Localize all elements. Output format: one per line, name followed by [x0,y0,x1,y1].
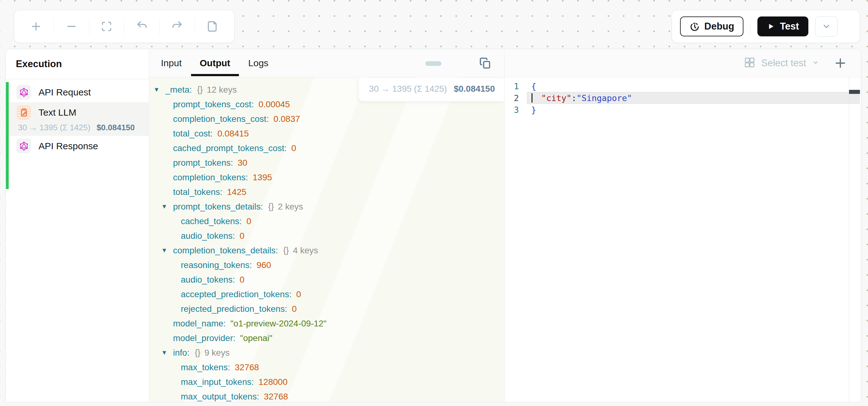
execution-status-bar [6,82,9,189]
test-label: Test [780,21,799,32]
tab-logs[interactable]: Logs [248,58,269,68]
tree-row[interactable]: ▼completion_tokens_details{}4 keys [153,243,504,258]
test-grid-icon [744,57,755,70]
tree-row[interactable]: ▼prompt_tokens_details{}2 keys [153,199,504,214]
panel-drag-handle[interactable] [425,61,441,66]
tree-row[interactable]: completion_tokens1395 [153,170,504,185]
text-cursor [532,93,532,103]
execution-item-api-request[interactable]: API Request [6,82,149,102]
code-line-active[interactable]: 2 "city": "Singapore" [504,92,861,104]
output-tab-bar: Input Output Logs [149,49,504,78]
execution-item-text-llm[interactable]: Text LLM 30 → 1395 (Σ 1425) $0.084150 [6,102,149,136]
undo-button[interactable] [128,15,156,38]
test-button[interactable]: Test [757,17,808,36]
tree-row[interactable]: audio_tokens0 [153,229,504,243]
test-panel: Select test 1 { 2 "city": "Singapore" [504,49,861,402]
execution-item-metrics: 30 → 1395 (Σ 1425) $0.084150 [17,120,143,133]
tree-row[interactable]: model_name"o1-preview-2024-09-12" [153,316,504,331]
object-braces-icon: {} [197,85,203,94]
toolbar-divider [124,18,124,34]
line-number: 2 [504,93,527,103]
execution-title: Execution [6,49,149,79]
output-panel: Input Output Logs 30 → 1395 (Σ 1425) $0.… [149,49,504,402]
copy-output-button[interactable] [479,57,492,70]
debug-button[interactable]: Debug [680,17,743,36]
execution-item-api-response[interactable]: API Response [6,136,149,156]
clipboard-pencil-icon [17,105,31,120]
object-braces-icon: {} [195,348,200,357]
tree-row[interactable]: total_cost0.08415 [153,126,504,141]
tree-row[interactable]: max_input_tokens128000 [153,375,504,389]
execution-item-label: API Request [38,87,91,97]
zoom-out-button[interactable] [58,15,85,38]
stopwatch-icon [689,21,700,32]
toolbar-divider [54,18,54,34]
chevron-down-icon [822,22,831,31]
toolbar-divider [89,18,89,34]
tree-row[interactable]: ▼info{}9 keys [153,345,504,360]
tree-row[interactable]: cached_tokens0 [153,214,504,229]
test-code-editor[interactable]: 1 { 2 "city": "Singapore" 3 } [504,78,861,402]
graphql-icon [17,85,31,99]
collapse-arrow-icon[interactable]: ▼ [161,247,173,254]
code-line[interactable]: 1 { [504,80,861,92]
select-test-dropdown[interactable]: Select test [761,58,806,69]
tree-row[interactable]: max_output_tokens32768 [153,389,504,402]
tree-row[interactable]: prompt_tokens30 [153,155,504,170]
fit-view-button[interactable] [93,15,120,38]
plus-icon [834,57,846,69]
fit-view-icon [100,20,113,33]
collapse-arrow-icon[interactable]: ▼ [161,203,173,210]
usage-summary-badge: 30 → 1395 (Σ 1425) $0.084150 [358,78,504,102]
toolbar-divider [159,18,160,34]
overview-ruler[interactable] [849,78,849,402]
collapse-arrow-icon[interactable]: ▼ [153,86,165,93]
tree-row[interactable]: rejected_prediction_tokens0 [153,301,504,316]
execution-list: API Request Text LLM [6,79,149,156]
chevron-down-icon[interactable] [812,59,819,67]
tree-row[interactable]: cached_prompt_tokens_cost0 [153,141,504,155]
undo-icon [136,20,148,33]
debug-label: Debug [704,21,734,32]
line-number: 3 [504,105,527,115]
tree-row[interactable]: reasoning_tokens960 [153,258,504,272]
object-braces-icon: {} [283,245,289,255]
tree-row[interactable]: total_tokens1425 [153,185,504,199]
execution-panel: Execution [6,49,149,402]
redo-icon [171,20,183,33]
test-options-button[interactable] [815,16,838,37]
token-count: 30 → 1395 (Σ 1425) [18,123,90,133]
graphql-icon [17,139,31,153]
tab-output[interactable]: Output [200,58,230,68]
redo-button[interactable] [163,15,191,38]
minus-icon [65,20,78,33]
tree-row[interactable]: model_provider"openai" [153,331,504,345]
overview-ruler-mark[interactable] [849,90,860,94]
json-key: "city" [541,93,571,103]
zoom-in-button[interactable] [22,15,50,38]
run-actions-toolbar: Debug Test [672,10,860,43]
tree-row[interactable]: audio_tokens0 [153,272,504,287]
execution-item-label: API Response [38,141,98,151]
collapse-arrow-icon[interactable]: ▼ [161,349,173,356]
copy-icon [479,57,492,70]
tree-row[interactable]: completion_tokens_cost0.0837 [153,112,504,126]
main-content-card: Execution [6,49,861,402]
test-panel-header: Select test [504,49,861,78]
tree-row[interactable]: max_tokens32768 [153,360,504,375]
code-line[interactable]: 3 } [504,104,861,116]
summary-cost: $0.084150 [454,84,495,94]
tree-row[interactable]: accepted_prediction_tokens0 [153,287,504,301]
object-braces-icon: {} [269,202,274,211]
output-json-view: ▼_meta{}12 keys prompt_tokens_cost0.0004… [149,78,504,402]
cost-value: $0.084150 [97,123,135,133]
note-icon [206,20,219,33]
add-note-button[interactable] [199,15,226,38]
json-value: "Singapore" [577,93,632,103]
line-number: 1 [504,82,527,91]
canvas-toolbar [14,10,235,43]
play-icon [767,22,775,30]
summary-tokens: 30 → 1395 (Σ 1425) [369,84,447,94]
tab-input[interactable]: Input [161,58,182,68]
add-test-button[interactable] [834,57,846,69]
